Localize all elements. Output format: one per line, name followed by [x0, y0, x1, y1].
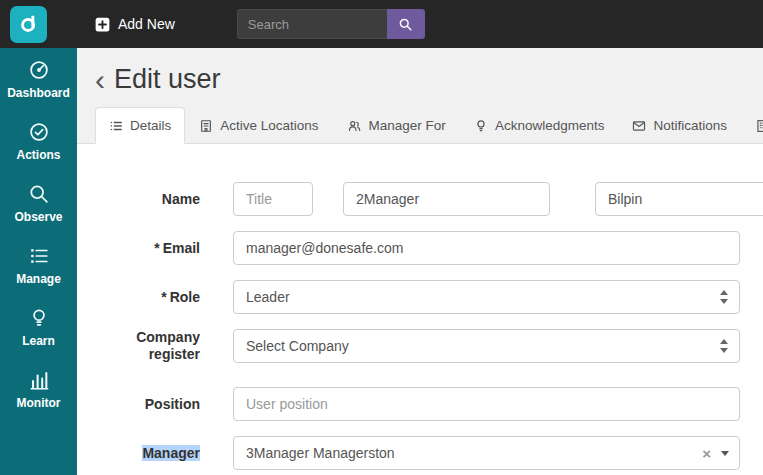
- sidebar-item-dashboard[interactable]: Dashboard: [0, 48, 77, 110]
- sidebar-item-label: Monitor: [2, 396, 75, 410]
- lightbulb-icon: [28, 307, 50, 329]
- sidebar-item-label: Observe: [2, 210, 75, 224]
- select-arrows-icon: [719, 338, 729, 354]
- page-header: ‹ Edit user: [77, 48, 763, 107]
- magnifier-icon: [28, 183, 50, 205]
- form-row-manager: Manager 3Manager Managerston ×: [95, 436, 740, 470]
- tab-details[interactable]: Details: [95, 107, 185, 144]
- acknowledgments-bulb-icon: [474, 119, 488, 133]
- envelope-icon: [632, 119, 646, 133]
- company-register-select[interactable]: Select Company: [233, 329, 740, 363]
- page-title: Edit user: [114, 64, 221, 95]
- tab-acknowledgments[interactable]: Acknowledgments: [460, 107, 619, 144]
- back-chevron-icon[interactable]: ‹: [95, 65, 105, 95]
- plus-square-icon: [95, 17, 110, 32]
- tab-label: Active Locations: [220, 118, 318, 133]
- topbar: Add New: [0, 0, 763, 48]
- main-content: ‹ Edit user Details Active Locations: [77, 48, 763, 475]
- global-search: [237, 9, 425, 39]
- active-locations-icon: [199, 119, 213, 133]
- clear-selection-icon[interactable]: ×: [702, 446, 711, 461]
- donesafe-logo[interactable]: [10, 6, 47, 43]
- logo-mark-icon: [18, 13, 40, 35]
- sidebar-item-monitor[interactable]: Monitor: [0, 358, 77, 420]
- email-label: *Email: [95, 240, 215, 257]
- list-icon: [28, 245, 50, 267]
- manager-combobox[interactable]: 3Manager Managerston ×: [233, 436, 740, 470]
- add-new-label: Add New: [118, 16, 175, 32]
- tab-notifications[interactable]: Notifications: [618, 107, 741, 144]
- search-input[interactable]: [237, 9, 387, 39]
- last-name-field[interactable]: [595, 182, 763, 216]
- sidebar-item-learn[interactable]: Learn: [0, 296, 77, 358]
- first-name-field[interactable]: [343, 182, 550, 216]
- tab-label: Acknowledgments: [495, 118, 605, 133]
- email-field[interactable]: [233, 231, 740, 265]
- role-label: *Role: [95, 289, 215, 306]
- form-row-position: Position: [95, 387, 740, 421]
- tab-manager-for[interactable]: Manager For: [333, 107, 460, 144]
- sidebar: Dashboard Actions Observe Manage: [0, 48, 77, 475]
- required-mark: *: [154, 240, 159, 256]
- select-arrows-icon: [719, 289, 729, 305]
- sidebar-item-label: Manage: [2, 272, 75, 286]
- tab-active-locations[interactable]: Active Locations: [185, 107, 332, 144]
- manager-selected-value: 3Manager Managerston: [246, 445, 395, 461]
- tab-label: Details: [130, 118, 171, 133]
- users-icon: [347, 119, 362, 133]
- search-icon: [398, 17, 413, 32]
- organization-building-icon: [755, 119, 763, 133]
- company-selected-value: Select Company: [246, 338, 349, 354]
- details-form-panel: Name *Email *Role: [77, 144, 763, 475]
- details-list-icon: [109, 119, 123, 133]
- position-label: Position: [95, 396, 215, 413]
- sidebar-item-manage[interactable]: Manage: [0, 234, 77, 296]
- form-row-company-register: Company register Select Company: [95, 329, 740, 363]
- position-field[interactable]: [233, 387, 740, 421]
- sidebar-item-actions[interactable]: Actions: [0, 110, 77, 172]
- chevron-down-icon[interactable]: [721, 451, 729, 456]
- tab-label: Manager For: [369, 118, 446, 133]
- check-circle-icon: [28, 121, 50, 143]
- form-row-role: *Role Leader: [95, 280, 740, 314]
- search-button[interactable]: [387, 9, 425, 39]
- role-select[interactable]: Leader: [233, 280, 740, 314]
- title-field[interactable]: [233, 182, 313, 216]
- name-label: Name: [95, 191, 215, 208]
- tab-bar: Details Active Locations Manager For: [77, 107, 763, 144]
- sidebar-item-label: Dashboard: [2, 86, 75, 100]
- bar-chart-icon: [28, 369, 50, 391]
- tab-label: Notifications: [653, 118, 727, 133]
- company-register-label: Company register: [95, 329, 215, 363]
- add-new-button[interactable]: Add New: [95, 16, 175, 32]
- form-row-email: *Email: [95, 231, 740, 265]
- manager-label: Manager: [95, 445, 215, 462]
- required-mark: *: [161, 289, 166, 305]
- sidebar-item-observe[interactable]: Observe: [0, 172, 77, 234]
- form-row-name: Name: [95, 182, 740, 216]
- sidebar-item-label: Learn: [2, 334, 75, 348]
- role-selected-value: Leader: [246, 289, 290, 305]
- dashboard-gauge-icon: [28, 59, 50, 81]
- sidebar-item-label: Actions: [2, 148, 75, 162]
- tab-organization[interactable]: Organization: [741, 107, 763, 144]
